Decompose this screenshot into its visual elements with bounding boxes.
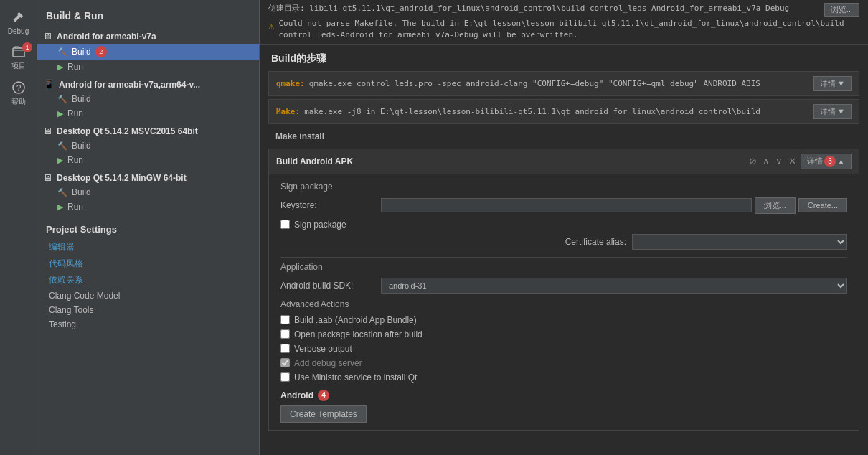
settings-link-testing[interactable]: Testing <box>37 317 259 332</box>
android-title-text: Android <box>280 390 313 400</box>
adv-cb-4[interactable] <box>280 372 290 382</box>
adv-cb-1[interactable] <box>280 329 290 339</box>
kit-section-msvc: 🖥 Desktop Qt 5.14.2 MSVC2015 64bit 🔨 Bui… <box>37 123 259 167</box>
monitor-icon-2: 📱 <box>43 79 55 90</box>
kit-name-2: Android for armeabi-v7a,arm64-v... <box>59 80 200 90</box>
sidebar-item-help[interactable]: ? 帮助 <box>0 75 37 111</box>
qmake-detail-btn[interactable]: 详情 ▼ <box>813 76 852 91</box>
adv-cb-2[interactable] <box>280 344 290 353</box>
build-badge-1: 2 <box>95 46 107 57</box>
kit-section-arm64: 📱 Android for armeabi-v7a,arm64-v... 🔨 B… <box>37 77 259 121</box>
build-label-4: Build <box>72 187 91 197</box>
adv-cb-3 <box>280 358 290 367</box>
settings-link-clang-code[interactable]: Clang Code Model <box>37 289 259 303</box>
apk-disable-btn[interactable]: ⊘ <box>747 156 758 166</box>
build-icon-4: 🔨 <box>57 188 67 197</box>
sdk-select[interactable]: android-31 <box>381 278 847 294</box>
sidebar-item-help-label: 帮助 <box>11 97 26 107</box>
make-detail-label: 详情 <box>820 106 836 117</box>
adv-cb-label-3: Add debug server <box>294 358 362 368</box>
kit-header-mingw[interactable]: 🖥 Desktop Qt 5.14.2 MinGW 64-bit <box>37 170 259 185</box>
kit-header-arm64[interactable]: 📱 Android for armeabi-v7a,arm64-v... <box>37 77 259 92</box>
project-badge: 1 <box>22 42 32 52</box>
build-item-msvc-build[interactable]: 🔨 Build <box>37 139 259 153</box>
keystore-label: Keystore: <box>280 200 381 210</box>
sidebar-item-build-label: Debug <box>8 27 29 35</box>
keystore-create-btn[interactable]: Create... <box>798 198 847 212</box>
settings-link-editor[interactable]: 编辑器 <box>37 239 259 255</box>
apk-detail-btn[interactable]: 详情 3 ▲ <box>801 154 852 169</box>
qmake-label: qmake: <box>276 79 305 88</box>
apk-remove-btn[interactable]: ✕ <box>787 156 798 166</box>
app-section-title: Application <box>280 262 847 272</box>
kit-name-3: Desktop Qt 5.14.2 MSVC2015 64bit <box>57 126 198 136</box>
cert-alias-select[interactable] <box>632 234 847 250</box>
sign-pkg-checkbox[interactable] <box>280 220 290 229</box>
log-dir-text: 仿建目录: libili-qt5.11.1\qt_android_for_lin… <box>268 4 789 13</box>
make-detail-btn[interactable]: 详情 ▼ <box>813 104 852 119</box>
sidebar-icons: Debug 1 项目 ? 帮助 <box>0 0 37 455</box>
qmake-detail-label: 详情 <box>820 78 836 89</box>
make-cmd: make.exe -j8 in E:\qt-lesson\lesson-bili… <box>304 107 813 116</box>
apk-controls: ⊘ ∧ ∨ ✕ 详情 3 ▲ <box>747 154 852 169</box>
monitor-icon-4: 🖥 <box>43 172 52 183</box>
adv-cb-row-2: Verbose output <box>280 344 847 354</box>
log-warning-text: Could not parse Makefile. The build in E… <box>278 18 859 42</box>
run-item-msvc[interactable]: ▶ Run <box>37 153 259 167</box>
cert-alias-row: Certificate alias: <box>280 234 847 250</box>
run-icon-4: ▶ <box>57 202 63 212</box>
adv-cb-0[interactable] <box>280 315 290 324</box>
apk-body: Sign package Keystore: 浏览... Create... S… <box>269 174 859 430</box>
log-area: 浏览... 仿建目录: libili-qt5.11.1\qt_android_f… <box>260 0 868 45</box>
main-content: 浏览... 仿建目录: libili-qt5.11.1\qt_android_f… <box>260 0 868 455</box>
sign-pkg-row: Sign package <box>280 220 847 230</box>
apk-title: Build Android APK <box>276 156 747 166</box>
sign-pkg-label: Sign package <box>294 220 346 230</box>
make-step-row: Make: make.exe -j8 in E:\qt-lesson\lesso… <box>268 99 859 124</box>
create-templates-btn[interactable]: Create Templates <box>280 405 367 423</box>
run-label-2: Run <box>67 108 83 118</box>
adv-cb-row-1: Open package location after build <box>280 329 847 339</box>
kit-section-mingw: 🖥 Desktop Qt 5.14.2 MinGW 64-bit 🔨 Build… <box>37 170 259 214</box>
adv-cb-label-4: Use Ministro service to install Qt <box>294 372 417 383</box>
run-item-mingw[interactable]: ▶ Run <box>37 200 259 214</box>
make-label: Make: <box>276 107 300 116</box>
project-settings-title: Project Settings <box>37 217 259 239</box>
sidebar-item-build[interactable]: Debug <box>0 6 37 39</box>
sdk-label: Android build SDK: <box>280 281 381 291</box>
sign-package-title: Sign package <box>280 182 847 192</box>
build-item-armeabi-v7a-build[interactable]: 🔨 Build 2 <box>37 44 259 60</box>
run-icon-2: ▶ <box>57 109 63 118</box>
settings-link-deps[interactable]: 依赖关系 <box>37 272 259 289</box>
adv-cb-label-2: Verbose output <box>294 344 352 354</box>
android-badge: 4 <box>318 390 329 401</box>
run-item-arm64[interactable]: ▶ Run <box>37 106 259 121</box>
keystore-row: Keystore: 浏览... Create... <box>280 197 847 214</box>
log-browse-btn[interactable]: 浏览... <box>824 3 859 17</box>
qmake-chevron-icon: ▼ <box>837 79 845 88</box>
kit-header-msvc[interactable]: 🖥 Desktop Qt 5.14.2 MSVC2015 64bit <box>37 123 259 139</box>
make-install-text: Make install <box>275 131 324 141</box>
adv-cb-label-1: Open package location after build <box>294 329 423 339</box>
warning-icon: ⚠ <box>268 19 274 34</box>
apk-header: Build Android APK ⊘ ∧ ∨ ✕ 详情 3 ▲ <box>269 149 859 174</box>
adv-cb-label-0: Build .aab (Android App Bundle) <box>294 315 417 325</box>
build-label-2: Build <box>72 94 91 104</box>
run-item-armeabi-v7a[interactable]: ▶ Run <box>37 60 259 74</box>
make-chevron-icon: ▼ <box>837 107 845 116</box>
sdk-row: Android build SDK: android-31 <box>280 278 847 294</box>
apk-down-btn[interactable]: ∨ <box>774 156 784 166</box>
kit-section-armeabi-v7a: 🖥 Android for armeabi-v7a 🔨 Build 2 ▶ Ru… <box>37 29 259 74</box>
kit-header-armeabi-v7a[interactable]: 🖥 Android for armeabi-v7a <box>37 29 259 44</box>
settings-link-clang-tools[interactable]: Clang Tools <box>37 303 259 317</box>
settings-link-codestyle[interactable]: 代码风格 <box>37 255 259 272</box>
build-icon-2: 🔨 <box>57 95 67 104</box>
keystore-input[interactable] <box>381 198 752 212</box>
keystore-browse-btn[interactable]: 浏览... <box>755 197 796 214</box>
apk-detail-badge: 3 <box>824 156 836 167</box>
build-item-mingw-build[interactable]: 🔨 Build <box>37 185 259 200</box>
apk-up-btn[interactable]: ∧ <box>761 156 771 166</box>
run-icon-3: ▶ <box>57 156 63 165</box>
build-item-arm64-build[interactable]: 🔨 Build <box>37 92 259 106</box>
sidebar-item-project[interactable]: 1 项目 <box>0 39 37 75</box>
